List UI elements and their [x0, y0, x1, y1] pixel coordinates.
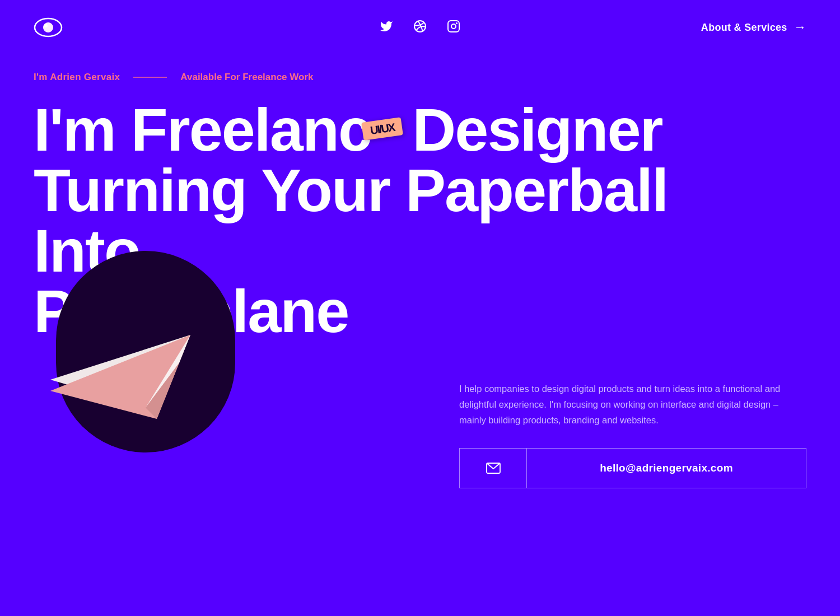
svg-point-7 — [456, 22, 458, 24]
svg-point-3 — [44, 24, 48, 27]
right-content: I help companies to design digital produ… — [459, 381, 806, 488]
illustration-area — [34, 234, 269, 469]
mail-icon — [486, 463, 501, 474]
paper-plane-svg — [34, 234, 269, 469]
logo[interactable] — [34, 17, 63, 38]
email-box[interactable]: hello@adriengervaix.com — [459, 448, 806, 488]
hero-section: I'm Adrien Gervaix Available For Freelan… — [0, 55, 840, 342]
email-address[interactable]: hello@adriengervaix.com — [527, 449, 806, 488]
author-name: I'm Adrien Gervaix — [34, 72, 120, 83]
instagram-link[interactable] — [447, 20, 460, 35]
email-icon-container — [460, 449, 527, 488]
social-icons-group — [380, 20, 460, 35]
svg-rect-5 — [448, 21, 459, 32]
dribbble-link[interactable] — [413, 20, 427, 35]
arrow-icon: → — [794, 20, 806, 35]
subtitle-row: I'm Adrien Gervaix Available For Freelan… — [34, 72, 806, 83]
title-part1: I'm Freelanc — [34, 96, 371, 164]
site-header: About & Services → — [0, 0, 840, 55]
about-services-link[interactable]: About & Services → — [701, 20, 806, 35]
description-text: I help companies to design digital produ… — [459, 381, 806, 428]
svg-point-6 — [451, 24, 456, 29]
svg-point-2 — [43, 22, 53, 32]
subtitle-divider — [133, 77, 167, 78]
title-part2: Designer — [396, 96, 662, 164]
availability-text: Available For Freelance Work — [180, 72, 313, 83]
twitter-link[interactable] — [380, 20, 393, 35]
about-services-label: About & Services — [701, 22, 787, 34]
